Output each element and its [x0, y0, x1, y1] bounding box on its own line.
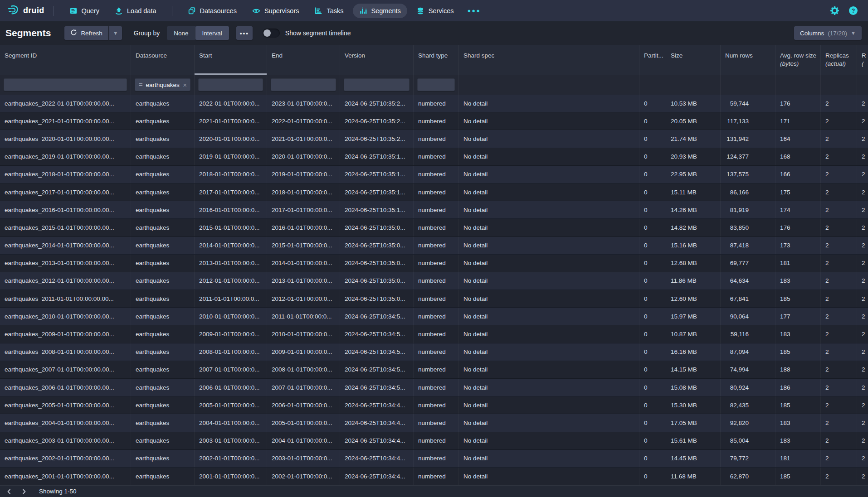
cell-segment-id[interactable]: earthquakes_2004-01-01T00:00:00.00...	[0, 414, 131, 431]
cell-partition[interactable]: 0	[639, 166, 666, 183]
cell-shard-spec[interactable]: No detail	[459, 361, 639, 378]
cell-version[interactable]: 2024-06-25T10:34:5...	[340, 325, 414, 343]
cell-shard-type[interactable]: numbered	[414, 432, 459, 449]
table-row[interactable]: earthquakes_2018-01-01T00:00:00.00... ea…	[0, 166, 868, 183]
cell-partition[interactable]: 0	[639, 148, 666, 165]
cell-start[interactable]: 2013-01-01T00:00:0...	[195, 255, 267, 272]
cell-shard-type[interactable]: numbered	[414, 95, 459, 112]
cell-start[interactable]: 2003-01-01T00:00:0...	[195, 432, 267, 449]
cell-end[interactable]: 2012-01-01T00:00:0...	[267, 290, 340, 307]
column-header-shard-spec[interactable]: Shard spec	[459, 45, 639, 75]
cell-avg-row-size[interactable]: 168	[775, 148, 821, 165]
cell-replication[interactable]: 2	[857, 325, 868, 343]
cell-size[interactable]: 10.87 MB	[666, 325, 721, 343]
table-row[interactable]: earthquakes_2004-01-01T00:00:00.00... ea…	[0, 414, 868, 432]
table-row[interactable]: earthquakes_2020-01-01T00:00:00.00... ea…	[0, 130, 868, 148]
cell-replication[interactable]: 2	[857, 290, 868, 307]
table-row[interactable]: earthquakes_2013-01-01T00:00:00.00... ea…	[0, 255, 868, 272]
cell-partition[interactable]: 0	[639, 95, 666, 112]
filter-segment-id-input[interactable]	[4, 78, 127, 91]
cell-shard-spec[interactable]: No detail	[459, 379, 639, 396]
cell-end[interactable]: 2021-01-01T00:00:0...	[267, 130, 340, 147]
cell-shard-spec[interactable]: No detail	[459, 166, 639, 183]
cell-replicas[interactable]: 2	[821, 343, 857, 361]
cell-replicas[interactable]: 2	[821, 166, 857, 183]
cell-shard-spec[interactable]: No detail	[459, 112, 639, 130]
cell-version[interactable]: 2024-06-25T10:35:1...	[340, 183, 414, 201]
cell-version[interactable]: 2024-06-25T10:35:0...	[340, 272, 414, 290]
cell-datasource[interactable]: earthquakes	[131, 201, 195, 218]
column-header-end[interactable]: End	[267, 45, 340, 75]
cell-segment-id[interactable]: earthquakes_2018-01-01T00:00:00.00...	[0, 166, 131, 183]
table-row[interactable]: earthquakes_2022-01-01T00:00:00.00... ea…	[0, 95, 868, 112]
cell-shard-type[interactable]: numbered	[414, 396, 459, 414]
cell-replication[interactable]: 2	[857, 148, 868, 165]
cell-segment-id[interactable]: earthquakes_2003-01-01T00:00:00.00...	[0, 432, 131, 449]
cell-size[interactable]: 15.30 MB	[666, 396, 721, 414]
cell-size[interactable]: 11.86 MB	[666, 272, 721, 290]
cell-replication[interactable]: 2	[857, 396, 868, 414]
table-row[interactable]: earthquakes_2006-01-01T00:00:00.00... ea…	[0, 379, 868, 396]
cell-segment-id[interactable]: earthquakes_2005-01-01T00:00:00.00...	[0, 396, 131, 414]
cell-version[interactable]: 2024-06-25T10:34:5...	[340, 361, 414, 378]
cell-avg-row-size[interactable]: 173	[775, 237, 821, 254]
cell-shard-spec[interactable]: No detail	[459, 468, 639, 485]
cell-num-rows[interactable]: 87,418	[721, 237, 775, 254]
cell-size[interactable]: 14.45 MB	[666, 450, 721, 467]
cell-end[interactable]: 2007-01-01T00:00:0...	[267, 379, 340, 396]
segment-timeline-toggle[interactable]	[263, 29, 280, 38]
cell-end[interactable]: 2015-01-01T00:00:0...	[267, 237, 340, 254]
cell-num-rows[interactable]: 137,575	[721, 166, 775, 183]
cell-start[interactable]: 2020-01-01T00:00:0...	[195, 130, 267, 147]
cell-datasource[interactable]: earthquakes	[131, 432, 195, 449]
previous-page-button[interactable]	[3, 487, 15, 497]
cell-start[interactable]: 2010-01-01T00:00:0...	[195, 308, 267, 325]
column-header-size[interactable]: Size	[666, 45, 721, 75]
cell-end[interactable]: 2006-01-01T00:00:0...	[267, 396, 340, 414]
cell-size[interactable]: 15.16 MB	[666, 237, 721, 254]
cell-size[interactable]: 14.15 MB	[666, 361, 721, 378]
cell-replication[interactable]: 2	[857, 450, 868, 467]
cell-version[interactable]: 2024-06-25T10:35:2...	[340, 130, 414, 147]
cell-avg-row-size[interactable]: 185	[775, 343, 821, 361]
cell-shard-type[interactable]: numbered	[414, 255, 459, 272]
group-by-interval-button[interactable]: Interval	[195, 26, 229, 40]
cell-size[interactable]: 11.68 MB	[666, 468, 721, 485]
table-row[interactable]: earthquakes_2005-01-01T00:00:00.00... ea…	[0, 396, 868, 414]
cell-datasource[interactable]: earthquakes	[131, 219, 195, 236]
cell-end[interactable]: 2008-01-01T00:00:0...	[267, 361, 340, 378]
cell-shard-spec[interactable]: No detail	[459, 95, 639, 112]
cell-size[interactable]: 20.93 MB	[666, 148, 721, 165]
cell-segment-id[interactable]: earthquakes_2022-01-01T00:00:00.00...	[0, 95, 131, 112]
cell-datasource[interactable]: earthquakes	[131, 95, 195, 112]
cell-start[interactable]: 2007-01-01T00:00:0...	[195, 361, 267, 378]
filter-datasource-input[interactable]: = earthquakes ×	[135, 78, 190, 91]
nav-item-datasources[interactable]: Datasources	[181, 4, 243, 18]
cell-avg-row-size[interactable]: 185	[775, 396, 821, 414]
cell-replicas[interactable]: 2	[821, 130, 857, 147]
table-row[interactable]: earthquakes_2002-01-01T00:00:00.00... ea…	[0, 450, 868, 468]
cell-partition[interactable]: 0	[639, 361, 666, 378]
column-header-datasource[interactable]: Datasource	[131, 45, 195, 75]
cell-avg-row-size[interactable]: 181	[775, 450, 821, 467]
cell-shard-spec[interactable]: No detail	[459, 396, 639, 414]
table-row[interactable]: earthquakes_2010-01-01T00:00:00.00... ea…	[0, 308, 868, 325]
cell-num-rows[interactable]: 81,919	[721, 201, 775, 218]
cell-shard-type[interactable]: numbered	[414, 468, 459, 485]
cell-datasource[interactable]: earthquakes	[131, 148, 195, 165]
cell-shard-spec[interactable]: No detail	[459, 450, 639, 467]
cell-version[interactable]: 2024-06-25T10:35:0...	[340, 237, 414, 254]
cell-replicas[interactable]: 2	[821, 308, 857, 325]
cell-shard-type[interactable]: numbered	[414, 219, 459, 236]
cell-version[interactable]: 2024-06-25T10:34:4...	[340, 414, 414, 431]
cell-end[interactable]: 2022-01-01T00:00:0...	[267, 112, 340, 130]
cell-start[interactable]: 2001-01-01T00:00:0...	[195, 468, 267, 485]
cell-end[interactable]: 2018-01-01T00:00:0...	[267, 183, 340, 201]
cell-replicas[interactable]: 2	[821, 432, 857, 449]
cell-num-rows[interactable]: 62,870	[721, 468, 775, 485]
cell-start[interactable]: 2016-01-01T00:00:0...	[195, 201, 267, 218]
cell-shard-type[interactable]: numbered	[414, 361, 459, 378]
cell-segment-id[interactable]: earthquakes_2014-01-01T00:00:00.00...	[0, 237, 131, 254]
cell-version[interactable]: 2024-06-25T10:34:5...	[340, 343, 414, 361]
cell-avg-row-size[interactable]: 174	[775, 201, 821, 218]
